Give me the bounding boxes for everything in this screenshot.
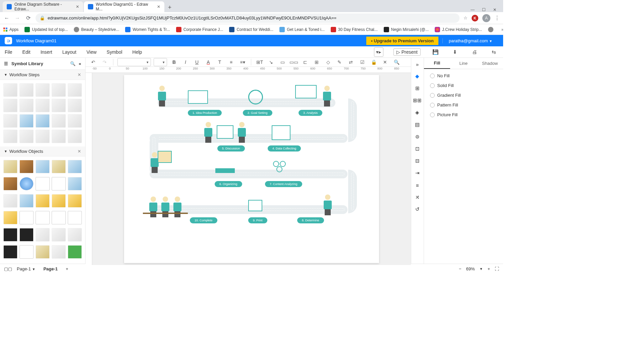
- workflow-node[interactable]: 8. Determine: [297, 217, 324, 223]
- shape-item[interactable]: [3, 245, 17, 259]
- shape-item[interactable]: [36, 160, 50, 173]
- menu-edit[interactable]: Edit: [22, 49, 31, 55]
- fit-screen-icon[interactable]: ⛶: [495, 266, 499, 271]
- shape-item[interactable]: [3, 211, 17, 224]
- shape-item[interactable]: [52, 83, 66, 97]
- shape-item[interactable]: [36, 177, 50, 190]
- menu-symbol[interactable]: Symbol: [107, 49, 122, 55]
- bookmarks-overflow-icon[interactable]: »: [501, 27, 503, 32]
- shape-item[interactable]: [19, 194, 34, 208]
- print-icon[interactable]: 🖨: [470, 47, 479, 57]
- tab-line[interactable]: Line: [450, 58, 477, 69]
- fill-option-gradient[interactable]: Gradient Fill: [430, 93, 497, 98]
- distribute-icon[interactable]: ⊞: [312, 58, 321, 67]
- apps-button[interactable]: Apps: [3, 27, 18, 32]
- tab-fill[interactable]: Fill: [424, 58, 450, 69]
- page-tab[interactable]: Page-1: [40, 266, 61, 272]
- shape-item[interactable]: [19, 99, 34, 112]
- bookmark-star-icon[interactable]: ☆: [464, 15, 468, 20]
- shape-item[interactable]: [68, 245, 82, 259]
- bookmark-item[interactable]: 30 Day Fitness Chal...: [331, 27, 378, 32]
- connector-icon[interactable]: ↘: [267, 58, 275, 67]
- shape-item[interactable]: [52, 194, 66, 208]
- browser-tab-active[interactable]: Workflow Diagram01 - Edraw M... ✕: [84, 1, 164, 12]
- browser-tab[interactable]: Online Diagram Software - Edraw... ✕: [3, 1, 83, 12]
- workflow-node[interactable]: 7. Content Analyzing: [265, 181, 302, 187]
- chevron-down-icon[interactable]: ▼: [480, 267, 483, 271]
- workflow-node[interactable]: 6. Organizing: [215, 181, 242, 187]
- menu-file[interactable]: File: [5, 49, 12, 55]
- bookmark-item[interactable]: [488, 27, 495, 32]
- shape-item[interactable]: [52, 177, 66, 190]
- shape-item[interactable]: [52, 160, 66, 173]
- download-icon[interactable]: ⬇: [450, 47, 460, 57]
- shape-item[interactable]: [19, 160, 34, 173]
- align-left-icon[interactable]: ⊏: [301, 58, 310, 67]
- shape-item[interactable]: [19, 177, 34, 190]
- section-workflow-steps[interactable]: ▼ Workflow Steps ✕: [0, 70, 85, 80]
- shape-item[interactable]: [3, 228, 17, 242]
- shape-item[interactable]: [36, 194, 50, 208]
- check-icon[interactable]: ☑: [358, 58, 367, 67]
- zoom-out-icon[interactable]: −: [459, 266, 462, 271]
- shape-item[interactable]: [19, 228, 34, 242]
- shape-item[interactable]: [68, 114, 82, 128]
- menu-layout[interactable]: Layout: [62, 49, 76, 55]
- diagram-page[interactable]: 1. Idea Production 2. Goal Setting 3. An…: [124, 75, 379, 263]
- paint-bucket-icon[interactable]: ◇: [324, 58, 332, 67]
- fill-option-no-fill[interactable]: No Fill: [430, 73, 497, 78]
- forward-icon[interactable]: →: [14, 15, 21, 21]
- shape-item[interactable]: [36, 83, 50, 97]
- shuffle-icon[interactable]: ⤨: [414, 193, 421, 201]
- menu-dots-icon[interactable]: ⋮: [494, 15, 500, 21]
- shape-item[interactable]: [36, 130, 50, 143]
- history-icon[interactable]: ↺: [414, 206, 421, 213]
- shape-item[interactable]: [52, 99, 66, 112]
- search-icon[interactable]: 🔍: [70, 61, 75, 66]
- add-page-button[interactable]: +: [66, 266, 68, 271]
- close-icon[interactable]: ✕: [76, 4, 79, 9]
- workflow-node[interactable]: 4. Data Collecting: [268, 145, 301, 151]
- collapse-icon[interactable]: «: [79, 61, 81, 66]
- shape-item[interactable]: [3, 130, 17, 143]
- shape-item[interactable]: [19, 245, 34, 259]
- workflow-node[interactable]: 1. Idea Production: [188, 110, 222, 116]
- url-input[interactable]: 🔒 edrawmax.com/online/app.html?y0/KUjV2K…: [36, 13, 460, 23]
- shape-item[interactable]: [36, 114, 50, 128]
- user-email[interactable]: paratha@gmail.com ▼: [442, 38, 498, 43]
- new-tab-button[interactable]: +: [165, 3, 174, 12]
- shape-item[interactable]: [36, 99, 50, 112]
- expand-panel-icon[interactable]: »: [414, 60, 421, 68]
- grid-tool-icon[interactable]: ⊞⊞: [414, 97, 421, 104]
- shape-item[interactable]: [68, 228, 82, 242]
- menu-view[interactable]: View: [87, 49, 97, 55]
- fill-tool-icon[interactable]: ◆: [414, 73, 421, 80]
- shape-item[interactable]: [3, 114, 17, 128]
- comment-icon[interactable]: ▤: [414, 121, 421, 128]
- undo-icon[interactable]: ↶: [89, 58, 98, 67]
- database-icon[interactable]: ⊜: [414, 133, 421, 140]
- menu-help[interactable]: Help: [132, 49, 142, 55]
- reload-icon[interactable]: ⟳: [25, 15, 32, 21]
- bookmark-item[interactable]: Women Tights & Tr...: [125, 27, 170, 32]
- extension-badge[interactable]: K: [472, 15, 478, 21]
- align-icon[interactable]: ≡: [227, 58, 235, 67]
- workflow-node[interactable]: 3. Analysis: [299, 110, 322, 116]
- shape-item[interactable]: [19, 130, 34, 143]
- shape-item[interactable]: [68, 99, 82, 112]
- share-icon[interactable]: ⇆: [489, 47, 498, 57]
- shape-item[interactable]: [36, 211, 50, 224]
- minimize-icon[interactable]: —: [471, 7, 475, 12]
- close-window-icon[interactable]: ✕: [493, 7, 496, 12]
- export-icon[interactable]: ⇥: [414, 169, 421, 177]
- tools-icon[interactable]: ✕: [381, 58, 389, 67]
- app-logo-icon[interactable]: ⊃: [5, 37, 12, 44]
- bookmark-item[interactable]: Updated list of top...: [24, 27, 68, 32]
- menu-insert[interactable]: Insert: [41, 49, 52, 55]
- shape-group-icon[interactable]: ▭▭: [289, 58, 298, 67]
- shape-item[interactable]: [19, 83, 34, 97]
- bookmark-item[interactable]: Corporate Finance J...: [176, 27, 223, 32]
- shape-item[interactable]: [52, 245, 66, 259]
- shape-rect-icon[interactable]: ▭: [278, 58, 287, 67]
- page-selector[interactable]: Page-1 ▼: [17, 266, 35, 271]
